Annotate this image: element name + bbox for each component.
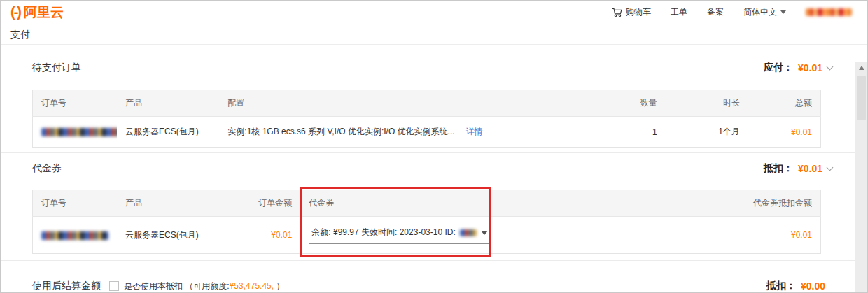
voucher-title: 代金券 <box>32 162 62 175</box>
col-duration: 时长 <box>666 90 748 117</box>
order-number-cell <box>33 117 117 148</box>
top-bar: (-) 阿里云 购物车 工单 备案 简体中文 <box>1 1 867 24</box>
order-number-redacted <box>41 231 108 240</box>
scroll-up-icon <box>859 66 864 70</box>
voucher-deduct-amount: ¥0.01 <box>798 163 822 174</box>
col-product: 产品 <box>117 190 219 217</box>
settlement-deduct-label: 抵扣： <box>766 280 796 292</box>
top-nav: 购物车 工单 备案 简体中文 <box>612 6 852 18</box>
col-voucher: 代金券 <box>300 190 687 217</box>
cart-icon <box>612 8 622 17</box>
payable-label: 应付： <box>764 62 793 74</box>
qty-cell: 1 <box>600 117 665 148</box>
config-text: 实例:1核 1GB ecs.s6 系列 V,I/O 优化实例:I/O 优化实例系… <box>227 127 454 136</box>
voucher-deduct-cell: ¥0.01 <box>687 217 820 254</box>
pending-orders-table-wrap: 订单号 产品 配置 数量 时长 总额 云服务器ECS(包月) 实例:1核 1GB… <box>32 90 821 148</box>
voucher-table-header-row: 订单号 产品 订单金额 代金券 代金券抵扣金额 <box>33 190 821 217</box>
voucher-deduct-group: 抵扣： ¥0.01 <box>764 162 832 175</box>
nav-language-label: 简体中文 <box>743 6 777 18</box>
nav-cart[interactable]: 购物车 <box>612 6 651 18</box>
payable-amount-group: 应付： ¥0.01 <box>764 62 832 74</box>
collapse-chevron-icon[interactable] <box>827 63 834 70</box>
col-order-amount: 订单金额 <box>219 190 300 217</box>
quota-amount: ¥53,475.45, <box>230 281 274 291</box>
total-cell: ¥0.01 <box>748 117 821 148</box>
col-voucher-deduct: 代金券抵扣金额 <box>687 190 820 217</box>
quota-suffix: ） <box>276 281 284 291</box>
scrollbar-thumb[interactable] <box>857 76 866 120</box>
voucher-selected-text: 余额: ¥99.97 失效时间: 2023-03-10 ID: <box>312 227 455 238</box>
nav-beian[interactable]: 备案 <box>707 6 724 18</box>
nav-cart-label: 购物车 <box>626 6 651 18</box>
settlement-title: 使用后结算金额 <box>32 280 101 292</box>
collapse-chevron-icon[interactable] <box>827 164 834 171</box>
order-number-cell <box>33 217 117 254</box>
nav-user-account[interactable] <box>806 8 852 16</box>
pending-table-header-row: 订单号 产品 配置 数量 时长 总额 <box>33 90 821 117</box>
voucher-table: 订单号 产品 订单金额 代金券 代金券抵扣金额 云服务器ECS(包月) ¥0.0… <box>32 190 821 254</box>
nav-ticket[interactable]: 工单 <box>671 6 687 18</box>
duration-cell: 1个月 <box>666 117 748 148</box>
use-deduction-checkbox[interactable] <box>109 281 119 291</box>
col-order-no: 订单号 <box>33 190 117 217</box>
voucher-select[interactable]: 余额: ¥99.97 失效时间: 2023-03-10 ID: <box>309 226 491 244</box>
aliyun-logo-icon: (-) <box>10 4 20 20</box>
settlement-deduct-group: 抵扣： ¥0.00 <box>766 280 825 292</box>
detail-link[interactable]: 详情 <box>466 127 483 136</box>
dropdown-arrow-icon <box>481 231 488 235</box>
col-config: 配置 <box>219 90 600 117</box>
main-content: 待支付订单 应付： ¥0.01 订单号 产品 配置 数量 时长 总额 <box>1 62 867 293</box>
nav-ticket-label: 工单 <box>671 6 687 18</box>
payable-amount: ¥0.01 <box>798 62 822 73</box>
order-amount-cell: ¥0.01 <box>219 217 300 254</box>
nav-beian-label: 备案 <box>707 6 724 18</box>
voucher-deduct-label: 抵扣： <box>764 162 793 175</box>
settlement-row: 使用后结算金额 是否使用本抵扣 （可用额度:¥53,475.45, ） 抵扣： … <box>1 280 855 292</box>
pending-orders-header: 待支付订单 应付： ¥0.01 <box>1 62 855 74</box>
voucher-header: 代金券 抵扣： ¥0.01 <box>1 162 855 175</box>
pending-orders-table: 订单号 产品 配置 数量 时长 总额 云服务器ECS(包月) 实例:1核 1GB… <box>32 90 821 148</box>
pending-order-row: 云服务器ECS(包月) 实例:1核 1GB ecs.s6 系列 V,I/O 优化… <box>33 117 821 148</box>
aliyun-logo[interactable]: (-) 阿里云 <box>10 3 64 22</box>
checkbox-label-text: 是否使用本抵扣 <box>124 281 183 291</box>
voucher-cell: 余额: ¥99.97 失效时间: 2023-03-10 ID: <box>300 217 687 254</box>
section-divider <box>1 260 855 261</box>
payment-page: (-) 阿里云 购物车 工单 备案 简体中文 <box>0 0 868 293</box>
col-total: 总额 <box>748 90 821 117</box>
order-number-redacted <box>41 128 117 136</box>
user-account-redacted <box>806 8 852 16</box>
pending-orders-title: 待支付订单 <box>32 62 81 74</box>
checkbox-label: 是否使用本抵扣 （可用额度:¥53,475.45, ） <box>124 280 284 292</box>
settlement-deduct-amount: ¥0.00 <box>801 280 825 292</box>
col-product: 产品 <box>117 90 219 117</box>
page-title-bar: 支付 <box>1 24 867 45</box>
aliyun-logo-text: 阿里云 <box>24 3 64 22</box>
product-cell: 云服务器ECS(包月) <box>117 117 219 148</box>
quota-prefix: （可用额度: <box>185 281 229 291</box>
voucher-table-wrap: 订单号 产品 订单金额 代金券 代金券抵扣金额 云服务器ECS(包月) ¥0.0… <box>32 190 821 254</box>
voucher-id-redacted <box>460 229 477 236</box>
col-order-no: 订单号 <box>33 90 117 117</box>
config-cell: 实例:1核 1GB ecs.s6 系列 V,I/O 优化实例:I/O 优化实例系… <box>219 117 600 148</box>
voucher-row: 云服务器ECS(包月) ¥0.01 余额: ¥99.97 失效时间: 2023-… <box>33 217 821 254</box>
col-qty: 数量 <box>600 90 665 117</box>
chevron-down-icon <box>780 10 786 14</box>
section-divider <box>1 152 855 153</box>
vertical-scrollbar[interactable] <box>855 62 867 293</box>
page-title: 支付 <box>10 29 30 40</box>
product-cell: 云服务器ECS(包月) <box>117 217 219 254</box>
nav-language[interactable]: 简体中文 <box>743 6 786 18</box>
scroll-up-button[interactable] <box>855 62 867 74</box>
